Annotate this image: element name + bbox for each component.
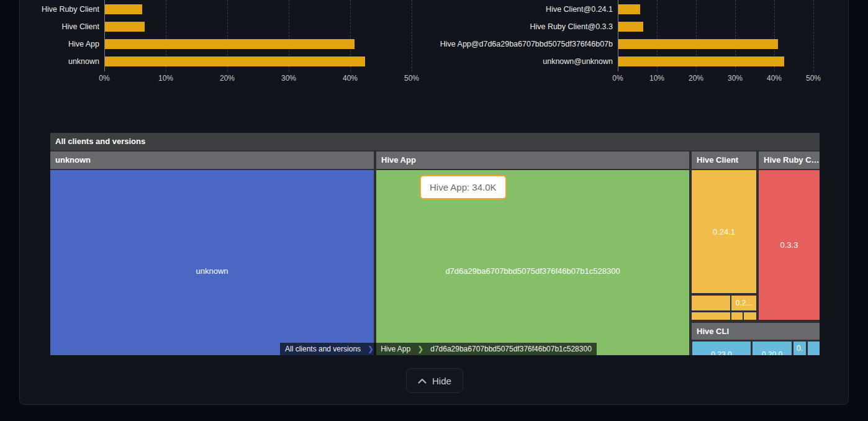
bar-unknown[interactable] bbox=[105, 57, 365, 66]
treemap-cell-hive-app-label: d7d6a29ba6707bbd5075df376f46b07b1c528300 bbox=[445, 266, 620, 276]
category-label: unknown@unknown bbox=[436, 57, 613, 66]
category-label: Hive App bbox=[0, 39, 99, 49]
treemap-cell-hive-client-minor-3[interactable] bbox=[692, 312, 730, 320]
hide-button[interactable]: Hide bbox=[406, 368, 463, 393]
x-axis-tick-label: 10% bbox=[158, 74, 173, 83]
treemap-cell-hive-client-minor-2[interactable]: 0.2... bbox=[731, 296, 756, 310]
treemap-group-header-hive-client[interactable]: Hive Client bbox=[692, 152, 756, 169]
dashboard: 0%10%20%30%40%50%Hive Ruby ClientHive Cl… bbox=[0, 0, 868, 421]
treemap-tooltip-text: Hive App: 34.0K bbox=[430, 182, 497, 192]
category-label: Hive Ruby Client@0.3.3 bbox=[436, 22, 613, 32]
treemap-cell-hive-client-0241-label: 0.24.1 bbox=[713, 227, 735, 237]
bar-unknown-unknown[interactable] bbox=[618, 57, 784, 66]
bar-hive-app-d7d6a29ba6707bbd5075df376f46b07b[interactable] bbox=[618, 39, 778, 49]
treemap-tooltip: Hive App: 34.0K bbox=[420, 175, 507, 199]
treemap-cell-hive-cli-3[interactable]: 0. bbox=[793, 342, 806, 355]
treemap-cell-hive-client-minor-5[interactable] bbox=[744, 312, 756, 320]
treemap-cell-hive-cli-1[interactable]: 0.23.0 bbox=[692, 342, 751, 355]
x-axis-tick-label: 20% bbox=[689, 74, 703, 83]
bar-hive-ruby-client-0-3-3[interactable] bbox=[618, 22, 643, 32]
bar-hive-client[interactable] bbox=[105, 22, 145, 32]
treemap-cell-hive-cli-2[interactable]: 0.20.0 bbox=[753, 342, 792, 355]
x-axis-tick-label: 10% bbox=[649, 74, 664, 83]
category-label: Hive Client bbox=[0, 22, 99, 32]
gridline bbox=[813, 0, 814, 71]
bar-hive-app[interactable] bbox=[105, 39, 355, 49]
treemap-cell-unknown-label: unknown bbox=[196, 266, 228, 276]
treemap-cell-hive-cli-4[interactable] bbox=[808, 342, 820, 355]
treemap-cell-unknown[interactable]: unknown bbox=[50, 170, 374, 355]
category-label: Hive Client@0.24.1 bbox=[436, 4, 613, 14]
x-axis-tick-label: 30% bbox=[281, 74, 296, 83]
treemap-cell-hive-ruby-033-label: 0.3.3 bbox=[780, 240, 798, 250]
x-axis-tick-label: 0% bbox=[612, 74, 623, 83]
chevron-up-icon bbox=[418, 378, 427, 384]
treemap-title[interactable]: All clients and versions bbox=[50, 133, 820, 150]
treemap-cell-hive-client-0241[interactable]: 0.24.1 bbox=[692, 170, 756, 293]
hide-button-label: Hide bbox=[432, 376, 451, 386]
x-axis-tick-label: 50% bbox=[404, 74, 419, 83]
chevron-right-icon: ❯ bbox=[415, 343, 425, 355]
chevron-right-icon: ❯ bbox=[366, 343, 376, 355]
breadcrumb-item-version-hash[interactable]: d7d6a29ba6707bbd5075df376f46b07b1c528300 bbox=[425, 343, 597, 355]
treemap-cell-hive-cli-3-label: 0. bbox=[797, 344, 803, 353]
treemap-group-header-hive-ruby-client[interactable]: Hive Ruby Cl... bbox=[759, 152, 820, 169]
treemap-cell-hive-client-minor-4[interactable] bbox=[731, 312, 743, 320]
category-label: Hive Ruby Client bbox=[0, 4, 99, 14]
category-label: unknown bbox=[0, 57, 99, 66]
treemap-all-clients-and-versions: All clients and versions unknown unknown… bbox=[50, 133, 820, 355]
breadcrumb-item-hive-app[interactable]: Hive App bbox=[376, 343, 415, 355]
bar-hive-client-0-24-1[interactable] bbox=[618, 4, 640, 14]
treemap-group-header-unknown[interactable]: unknown bbox=[50, 152, 374, 169]
treemap-cell-hive-ruby-033[interactable]: 0.3.3 bbox=[759, 170, 820, 320]
bar-chart-client-versions: 0%10%20%30%40%50%Hive Client@0.24.1Hive … bbox=[436, 0, 813, 87]
x-axis-tick-label: 30% bbox=[728, 74, 743, 83]
breadcrumb-item-all-clients[interactable]: All clients and versions bbox=[280, 343, 366, 355]
x-axis-tick-label: 0% bbox=[99, 74, 109, 83]
treemap-group-header-hive-cli[interactable]: Hive CLI bbox=[692, 323, 820, 340]
x-axis-tick-label: 20% bbox=[220, 74, 235, 83]
treemap-cell-hive-cli-1-label: 0.23.0 bbox=[711, 350, 731, 355]
treemap-group-header-hive-app[interactable]: Hive App bbox=[376, 152, 689, 169]
breadcrumb: All clients and versions ❯ Hive App ❯ d7… bbox=[280, 343, 597, 355]
treemap-cell-hive-cli-2-label: 0.20.0 bbox=[762, 350, 782, 355]
gridline bbox=[412, 0, 412, 71]
category-label: Hive App@d7d6a29ba6707bbd5075df376f46b07… bbox=[436, 39, 613, 49]
treemap-cell-hive-client-minor-2-label: 0.2... bbox=[736, 299, 753, 307]
bar-chart-clients: 0%10%20%30%40%50%Hive Ruby ClientHive Cl… bbox=[0, 0, 412, 87]
x-axis-tick-label: 50% bbox=[806, 74, 821, 83]
x-axis-tick-label: 40% bbox=[767, 74, 782, 83]
x-axis-tick-label: 40% bbox=[343, 74, 358, 83]
bar-hive-ruby-client[interactable] bbox=[105, 4, 142, 14]
treemap-cell-hive-client-minor-1[interactable] bbox=[692, 296, 730, 310]
